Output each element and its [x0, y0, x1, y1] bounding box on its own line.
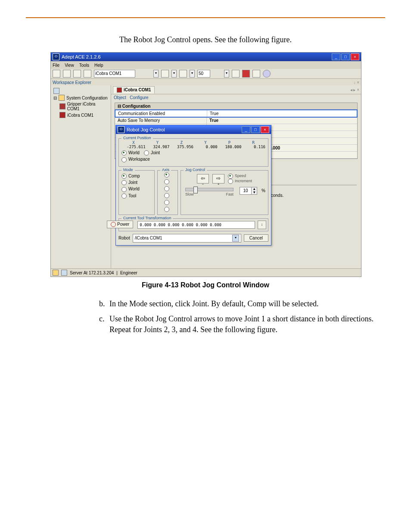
frame-joint-radio[interactable]: Joint [144, 150, 160, 156]
save-icon[interactable] [53, 70, 60, 78]
grid-row-autosave[interactable]: Auto Save To Memory True [115, 117, 357, 124]
app-icon: O [53, 53, 59, 60]
top-rule [26, 17, 385, 18]
frame-workspace-radio[interactable]: Workspace [121, 157, 150, 162]
jog-close-button[interactable]: × [261, 126, 269, 133]
menu-view[interactable]: View [65, 63, 74, 68]
menubar: File View Tools Help [51, 61, 361, 69]
task-icon[interactable] [63, 70, 71, 78]
jog-app-icon: O [118, 126, 125, 133]
coords-headers: X-275.611 Y324.987 Z375.956 Y0.000 P180.… [121, 140, 265, 149]
menu-file[interactable]: File [53, 63, 59, 68]
toolbar-dd1[interactable]: ▾ [153, 70, 159, 78]
figure-caption: Figure 4-13 Robot Jog Control Window [26, 281, 385, 289]
toolbar-dd2[interactable]: ▾ [171, 70, 177, 78]
jog-control-group: Jog Control ⇦− ⇨+ Speed Increment [181, 170, 268, 215]
frame-world-radio[interactable]: World [121, 150, 140, 156]
app-window: O Adept ACE 2.1.2.6 _ □ × File View Tool… [50, 52, 361, 277]
jog-min-button[interactable]: _ [242, 126, 250, 133]
jog-icon[interactable] [161, 70, 169, 78]
jog-plus-button[interactable]: ⇨+ [212, 174, 224, 184]
axis-6-radio[interactable] [164, 207, 169, 212]
mode-world-radio[interactable]: World [121, 187, 140, 192]
window-minimize-button[interactable]: _ [332, 53, 340, 60]
status-bar: Server At 172.21.3.204 | Engineer [51, 268, 361, 277]
speed-spinner[interactable]: 10 ▲▼ [240, 187, 257, 195]
window-maximize-button[interactable]: □ [341, 53, 350, 60]
config-submenu: Object Configure [111, 94, 361, 101]
cancel-button[interactable]: Cancel [244, 234, 268, 242]
explorer-pin-icons[interactable]: ↓ × [353, 80, 359, 85]
document-tabs: iCobra COM1 ◂ ▸ × [111, 85, 361, 94]
tab-pin-icons[interactable]: ◂ ▸ × [350, 87, 359, 92]
robot-icon[interactable] [84, 70, 91, 78]
estop-icon[interactable] [242, 70, 250, 78]
axis-group: Axis [157, 170, 178, 215]
cfg-object[interactable]: Object [114, 95, 126, 100]
step-list: b. In the Mode section, click Joint. By … [99, 299, 385, 336]
robot-row: Robot /iCobra COM1 ▾ Cancel [118, 234, 268, 243]
tree-root[interactable]: ⊟ System Configuration [53, 95, 108, 101]
robot-label: Robot [118, 236, 130, 240]
tab-robot-icon [117, 87, 122, 93]
tree-toolbar-icon[interactable] [53, 88, 108, 94]
toolbar: iCobra COM1 ▾ ▾ ▾ 50 ▾ [51, 69, 361, 79]
explorer-title: Workspace Explorer [53, 80, 91, 85]
jog-title: Robot Jog Control [127, 127, 165, 132]
power-icon [111, 222, 116, 227]
speed-field[interactable]: 50 [197, 70, 210, 78]
toolbar-dd4[interactable]: ▾ [224, 70, 229, 78]
axis-1-radio[interactable] [164, 172, 169, 177]
robot-selector[interactable]: iCobra COM1 [94, 70, 135, 78]
app-titlebar: O Adept ACE 2.1.2.6 _ □ × [51, 53, 361, 61]
teach-icon[interactable] [252, 70, 260, 78]
main-area: iCobra COM1 ◂ ▸ × Object Configure ⊟ Con… [111, 85, 361, 269]
step-c: c. Use the Robot Jog Control arrows to m… [99, 314, 385, 335]
chevron-down-icon: ▾ [232, 235, 239, 242]
help-icon[interactable] [263, 70, 271, 78]
robot-select[interactable]: /iCobra COM1 ▾ [133, 234, 241, 243]
jog-window: O Robot Jog Control _ □ × Current Positi… [115, 125, 271, 246]
jog-minus-button[interactable]: ⇦− [197, 174, 209, 184]
tool-transform-apply-button[interactable]: ↓ [258, 221, 266, 229]
jog-titlebar: O Robot Jog Control _ □ × [116, 125, 271, 134]
speed-radio[interactable] [228, 174, 233, 179]
status-conn-icon [53, 270, 59, 276]
jog-max-button[interactable]: □ [251, 126, 260, 133]
tree-robot[interactable]: iCobra COM1 [59, 112, 108, 118]
cfg-configure[interactable]: Configure [130, 95, 148, 100]
grid-header: ⊟ Configuration [115, 103, 357, 110]
toolbar-dd3[interactable]: ▾ [190, 70, 195, 78]
axis-2-radio[interactable] [164, 179, 169, 184]
tab-icobra[interactable]: iCobra COM1 [113, 86, 155, 93]
mode-group: Mode Comp Joint World Tool [118, 170, 155, 215]
grid-row-comm-enabled[interactable]: Communication Enabled True [115, 110, 357, 117]
tool-transform-field[interactable]: 0.000 0.000 0.000 0.000 0.000 0.000 [137, 221, 255, 229]
status-server: Server At 172.21.3.204 [70, 271, 114, 275]
axis-4-radio[interactable] [164, 193, 169, 198]
axis-5-radio[interactable] [164, 200, 169, 205]
mode-joint-radio[interactable]: Joint [121, 180, 137, 185]
power-button[interactable]: Power [107, 221, 133, 228]
mode-tool-radio[interactable]: Tool [121, 193, 136, 199]
axis-3-radio[interactable] [164, 186, 169, 191]
menu-help[interactable]: Help [94, 63, 103, 68]
status-info-icon [61, 270, 67, 276]
window-close-button[interactable]: × [351, 53, 359, 60]
app-title: Adept ACE 2.1.2.6 [62, 54, 101, 59]
io-icon[interactable] [232, 70, 240, 78]
power-icon[interactable] [179, 70, 187, 78]
tree-gripper[interactable]: Gripper iCobra COM1 [59, 102, 108, 111]
increment-radio[interactable] [228, 179, 233, 184]
step-b: b. In the Mode section, click Joint. By … [99, 299, 385, 309]
tool-transform-group: Current Tool Transformation Power 0.000 … [118, 218, 268, 231]
mode-comp-radio[interactable]: Comp [121, 174, 140, 179]
speed-slider[interactable] [185, 188, 234, 191]
figure-screenshot: O Adept ACE 2.1.2.6 _ □ × File View Tool… [50, 52, 361, 277]
stopwatch-icon[interactable] [73, 70, 81, 78]
menu-tools[interactable]: Tools [79, 63, 89, 68]
explorer-tree: ⊟ System Configuration Gripper iCobra CO… [51, 85, 111, 269]
intro-text: The Robot Jog Control opens. See the fol… [26, 35, 385, 44]
current-position-group: Current Position X-275.611 Y324.987 Z375… [118, 138, 268, 167]
status-role: Engineer [120, 271, 137, 275]
